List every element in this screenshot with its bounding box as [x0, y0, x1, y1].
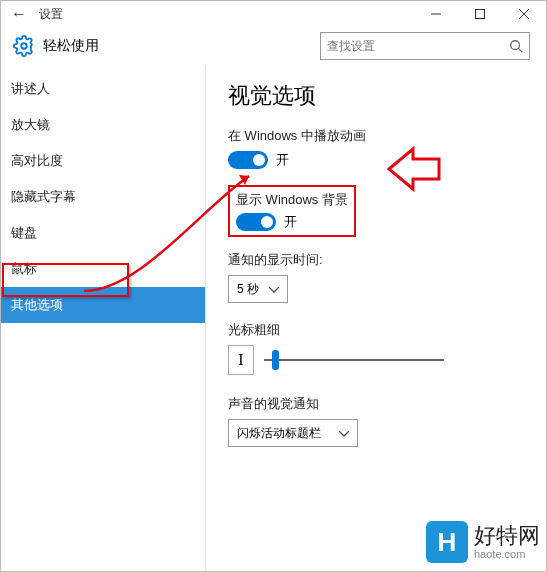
- sidebar-item-magnifier[interactable]: 放大镜: [1, 107, 205, 143]
- sidebar-item-mouse[interactable]: 鼠标: [1, 251, 205, 287]
- svg-rect-1: [476, 10, 485, 19]
- sidebar-item-label: 鼠标: [11, 260, 37, 278]
- dropdown-value: 5 秒: [237, 281, 259, 298]
- section-title: 视觉选项: [228, 81, 524, 111]
- setting-label-notify-time: 通知的显示时间:: [228, 251, 524, 269]
- watermark: H 好特网 haote.com: [426, 521, 540, 563]
- sidebar-item-label: 放大镜: [11, 116, 50, 134]
- svg-line-6: [519, 49, 523, 53]
- cursor-preview: I: [228, 345, 254, 375]
- gear-icon: [13, 35, 35, 57]
- minimize-button[interactable]: [414, 1, 458, 27]
- search-icon: [509, 39, 523, 53]
- svg-point-5: [511, 41, 520, 50]
- sidebar-item-label: 讲述人: [11, 80, 50, 98]
- chevron-down-icon: [269, 282, 279, 296]
- sidebar-item-captions[interactable]: 隐藏式字幕: [1, 179, 205, 215]
- toggle-state: 开: [284, 213, 297, 231]
- watermark-logo: H: [426, 521, 468, 563]
- dropdown-value: 闪烁活动标题栏: [237, 425, 321, 442]
- svg-point-4: [21, 43, 27, 49]
- chevron-down-icon: [339, 426, 349, 440]
- dropdown-notify-time[interactable]: 5 秒: [228, 275, 288, 303]
- dropdown-sound-visual[interactable]: 闪烁活动标题栏: [228, 419, 358, 447]
- watermark-url: haote.com: [474, 548, 540, 560]
- sidebar-item-label: 键盘: [11, 224, 37, 242]
- close-button[interactable]: [502, 1, 546, 27]
- toggle-state: 开: [276, 151, 289, 169]
- sidebar: 讲述人 放大镜 高对比度 隐藏式字幕 键盘 鼠标 其他选项: [1, 65, 206, 571]
- window-title: 设置: [31, 6, 414, 23]
- sidebar-item-keyboard[interactable]: 键盘: [1, 215, 205, 251]
- maximize-button[interactable]: [458, 1, 502, 27]
- setting-label-background: 显示 Windows 背景: [236, 191, 348, 209]
- setting-label-animations: 在 Windows 中播放动画: [228, 127, 524, 145]
- sidebar-item-highcontrast[interactable]: 高对比度: [1, 143, 205, 179]
- search-input[interactable]: [320, 32, 530, 60]
- annotation-highlight-box: 显示 Windows 背景 开: [228, 185, 356, 237]
- setting-label-cursor: 光标粗细: [228, 321, 524, 339]
- page-title: 轻松使用: [43, 37, 320, 55]
- sidebar-item-label: 隐藏式字幕: [11, 188, 76, 206]
- slider-cursor-width[interactable]: [264, 355, 444, 365]
- sidebar-item-other[interactable]: 其他选项: [1, 287, 205, 323]
- back-button[interactable]: ←: [11, 5, 31, 23]
- sidebar-item-narrator[interactable]: 讲述人: [1, 71, 205, 107]
- setting-label-sound-visual: 声音的视觉通知: [228, 395, 524, 413]
- watermark-title: 好特网: [474, 524, 540, 548]
- search-field[interactable]: [327, 39, 509, 53]
- toggle-animations[interactable]: [228, 151, 268, 169]
- toggle-background[interactable]: [236, 213, 276, 231]
- sidebar-item-label: 高对比度: [11, 152, 63, 170]
- sidebar-item-label: 其他选项: [11, 296, 63, 314]
